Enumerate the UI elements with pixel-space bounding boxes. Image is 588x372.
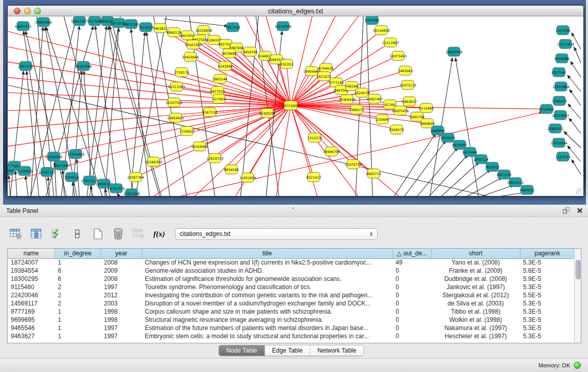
table-cell[interactable]: Embryonic stem cells: a model to study s… xyxy=(142,332,393,340)
table-cell[interactable]: 2009 xyxy=(101,267,142,275)
table-cell[interactable]: 14569117 xyxy=(8,299,55,308)
table-cell[interactable]: 0 xyxy=(393,324,431,332)
table-cell[interactable]: Jankovic et al. (1997) xyxy=(431,283,520,291)
table-cell[interactable]: 1997 xyxy=(101,283,142,291)
column-header-3[interactable]: title xyxy=(142,249,393,258)
table-cell[interactable]: 9463627 xyxy=(8,332,55,340)
table-cell[interactable]: Tourette syndrome. Phenomenology and cla… xyxy=(142,283,393,291)
select-columns-button[interactable] xyxy=(29,227,44,241)
table-cell[interactable]: 18300295 xyxy=(8,275,55,283)
minimize-button[interactable] xyxy=(24,8,31,14)
table-row[interactable]: 977716911998Corpus callosum shape and si… xyxy=(8,308,575,316)
network-canvas[interactable]: 7463822886012889129541822605898275051654… xyxy=(8,16,583,196)
table-cell[interactable]: 2 xyxy=(55,291,101,299)
table-cell[interactable]: 9777169 xyxy=(8,308,55,316)
table-cell[interactable]: Estimation of significance thresholds fo… xyxy=(142,275,393,283)
new-table-button[interactable] xyxy=(90,227,105,241)
table-cell[interactable]: 0 xyxy=(393,308,431,316)
table-cell[interactable]: 1998 xyxy=(101,316,142,324)
table-row[interactable]: 1872400712008Changes of HCN gene express… xyxy=(8,258,575,267)
table-cell[interactable]: 6 xyxy=(55,275,101,283)
table-cell[interactable]: 19384554 xyxy=(8,267,55,275)
table-cell[interactable]: 5.6E-5 xyxy=(520,267,575,275)
column-header-2[interactable]: year xyxy=(101,249,142,258)
table-cell[interactable]: Genome-wide association studies in ADHD. xyxy=(142,267,393,275)
table-row[interactable]: 946554611997Estimation of the future num… xyxy=(8,324,575,332)
column-header-5[interactable]: short xyxy=(431,249,520,258)
table-cell[interactable]: Wolkin et al. (1998) xyxy=(431,316,520,324)
table-cell[interactable]: 9699695 xyxy=(8,316,55,324)
close-button[interactable] xyxy=(14,8,20,14)
table-cell[interactable]: Corpus callosum shape and size in male p… xyxy=(142,308,393,316)
table-cell[interactable]: 2003 xyxy=(101,299,142,308)
table-cell[interactable]: 9465546 xyxy=(8,324,55,332)
table-cell[interactable]: 49 xyxy=(393,258,431,267)
table-cell[interactable]: Franke et al. (2009) xyxy=(431,267,520,275)
network-canvas-svg[interactable]: 7463822886012889129541822605898275051654… xyxy=(8,16,583,196)
tab-network-table[interactable]: Network Table xyxy=(310,345,363,356)
table-cell[interactable]: 1997 xyxy=(101,324,142,332)
column-header-0[interactable]: name xyxy=(8,249,55,258)
table-cell[interactable]: 5.3E-5 xyxy=(520,299,575,308)
table-cell[interactable]: Tibbo et al. (1998) xyxy=(431,308,520,316)
table-row[interactable]: 1938455462009Genome-wide association stu… xyxy=(8,267,575,275)
table-scrollbar[interactable] xyxy=(574,249,581,343)
table-cell[interactable]: 5.5E-5 xyxy=(520,291,575,299)
column-header-4[interactable]: △ out_de... xyxy=(393,249,431,258)
table-cell[interactable]: Disruption of a novel member of a sodium… xyxy=(142,299,393,308)
table-cell[interactable]: de Silva et al. (2003) xyxy=(431,299,520,308)
selection-mode-button[interactable] xyxy=(49,227,64,241)
node-table-header[interactable]: namein_degreeyeartitle△ out_de...shortpa… xyxy=(8,249,575,258)
table-cell[interactable]: 1997 xyxy=(101,332,142,340)
table-cell[interactable]: Estimation of the future numbers of pati… xyxy=(142,324,393,332)
tab-node-table[interactable]: Node Table xyxy=(219,345,265,356)
table-cell[interactable]: 2012 xyxy=(101,291,142,299)
table-cell[interactable]: 2008 xyxy=(101,275,142,283)
table-cell[interactable]: 0 xyxy=(393,267,431,275)
table-cell[interactable]: 0 xyxy=(393,283,431,291)
table-cell[interactable]: Dudbridge et al. (2008) xyxy=(431,275,520,283)
table-cell[interactable]: 5.3E-5 xyxy=(520,324,575,332)
table-cell[interactable]: 22420046 xyxy=(8,291,55,299)
table-cell[interactable]: Stergiakouli et al. (2012) xyxy=(431,291,520,299)
table-scrollbar-thumb[interactable] xyxy=(576,260,580,279)
table-cell[interactable]: Yano et al. (2008) xyxy=(431,258,520,267)
table-cell[interactable]: 5.3E-5 xyxy=(520,316,575,324)
network-window-titlebar[interactable]: citations_edges.txt xyxy=(8,6,583,16)
row-height-button[interactable] xyxy=(70,227,85,241)
table-cell[interactable]: 1 xyxy=(55,258,101,267)
table-row[interactable]: 1830029562008Estimation of significance … xyxy=(8,275,575,283)
table-cell[interactable]: 2008 xyxy=(101,258,142,267)
table-cell[interactable]: 9115460 xyxy=(8,283,55,291)
table-cell[interactable]: 1 xyxy=(55,324,101,332)
table-cell[interactable]: 0 xyxy=(393,332,431,340)
table-cell[interactable]: Investigating the contribution of common… xyxy=(142,291,393,299)
table-cell[interactable]: 5.3E-5 xyxy=(520,308,575,316)
table-cell[interactable]: 1 xyxy=(55,308,101,316)
table-cell[interactable]: 5.3E-5 xyxy=(520,283,575,291)
table-row[interactable]: 969969511998Structural magnetic resonanc… xyxy=(8,316,575,324)
table-cell[interactable]: 0 xyxy=(393,316,431,324)
table-selector-dropdown[interactable]: citations_edges.txt ▲▼ xyxy=(175,228,378,240)
table-settings-button[interactable] xyxy=(8,227,24,241)
zoom-button[interactable] xyxy=(34,8,41,14)
tab-edge-table[interactable]: Edge Table xyxy=(265,345,311,356)
column-header-1[interactable]: in_degree xyxy=(55,249,101,258)
delete-table-button[interactable] xyxy=(111,227,126,241)
table-cell[interactable]: Changes of HCN gene expression and I(f) … xyxy=(142,258,393,267)
table-cell[interactable]: 5.3E-5 xyxy=(520,332,575,340)
column-header-6[interactable]: pagerank xyxy=(520,249,575,258)
table-cell[interactable]: Hescheler et al. (1997) xyxy=(431,332,520,340)
table-cell[interactable]: 2 xyxy=(55,283,101,291)
table-cell[interactable]: 0 xyxy=(393,299,431,308)
close-panel-button[interactable]: ✕ xyxy=(576,207,583,214)
table-cell[interactable]: 6 xyxy=(55,267,101,275)
table-cell[interactable]: Nakamura et al. (1997) xyxy=(431,324,520,332)
table-row[interactable]: 1456911722003Disruption of a novel membe… xyxy=(8,299,575,308)
table-cell[interactable]: 5.3E-5 xyxy=(520,258,575,267)
function-builder-button[interactable]: f(x) xyxy=(151,227,167,241)
table-cell[interactable]: 1 xyxy=(55,332,101,340)
table-row[interactable]: 2242004622012Investigating the contribut… xyxy=(8,291,575,299)
table-cell[interactable]: 2 xyxy=(55,299,101,308)
network-view-window[interactable]: citations_edges.txt 74638228860128891295… xyxy=(7,5,584,196)
